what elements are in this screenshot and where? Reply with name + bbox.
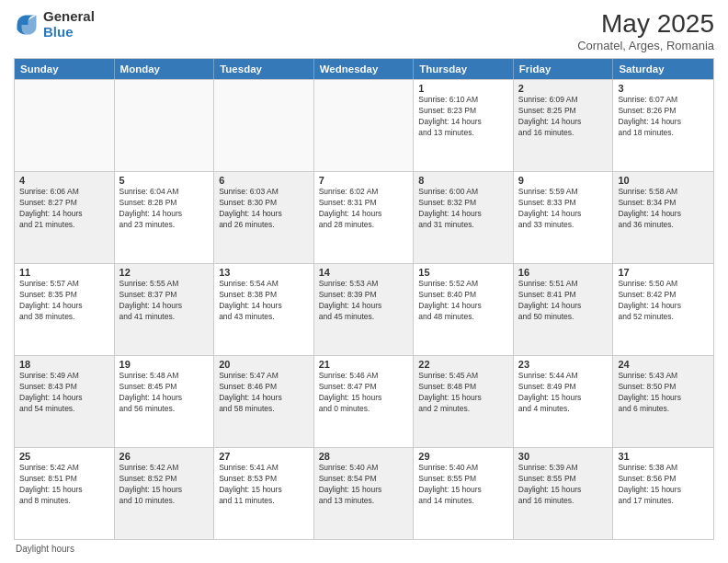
day-number: 28 xyxy=(319,451,409,462)
calendar-header-cell: Monday xyxy=(115,59,215,79)
day-info: Sunrise: 5:58 AM Sunset: 8:34 PM Dayligh… xyxy=(618,187,709,231)
calendar-cell xyxy=(314,80,415,171)
day-number: 1 xyxy=(418,83,508,94)
day-info: Sunrise: 5:55 AM Sunset: 8:37 PM Dayligh… xyxy=(119,279,210,323)
calendar-cell: 24Sunrise: 5:43 AM Sunset: 8:50 PM Dayli… xyxy=(613,356,713,447)
day-info: Sunrise: 6:00 AM Sunset: 8:32 PM Dayligh… xyxy=(418,187,508,231)
day-number: 25 xyxy=(19,451,109,462)
calendar-header-cell: Thursday xyxy=(414,59,514,79)
day-number: 30 xyxy=(518,451,609,462)
day-number: 20 xyxy=(219,359,309,370)
calendar-header-cell: Sunday xyxy=(15,59,115,79)
calendar-cell: 14Sunrise: 5:53 AM Sunset: 8:39 PM Dayli… xyxy=(314,264,415,355)
day-info: Sunrise: 5:39 AM Sunset: 8:55 PM Dayligh… xyxy=(518,463,609,507)
calendar-cell: 2Sunrise: 6:09 AM Sunset: 8:25 PM Daylig… xyxy=(514,80,614,171)
calendar-header-cell: Wednesday xyxy=(314,59,415,79)
day-info: Sunrise: 5:41 AM Sunset: 8:53 PM Dayligh… xyxy=(219,463,309,507)
calendar-header-row: SundayMondayTuesdayWednesdayThursdayFrid… xyxy=(15,59,713,79)
header: General Blue May 2025 Cornatel, Arges, R… xyxy=(14,9,714,52)
calendar-cell: 21Sunrise: 5:46 AM Sunset: 8:47 PM Dayli… xyxy=(314,356,415,447)
calendar-cell: 15Sunrise: 5:52 AM Sunset: 8:40 PM Dayli… xyxy=(414,264,514,355)
day-number: 12 xyxy=(119,267,210,278)
day-info: Sunrise: 5:47 AM Sunset: 8:46 PM Dayligh… xyxy=(219,371,309,415)
calendar-cell: 1Sunrise: 6:10 AM Sunset: 8:23 PM Daylig… xyxy=(414,80,514,171)
calendar-cell xyxy=(214,80,314,171)
day-number: 15 xyxy=(418,267,508,278)
calendar-cell: 12Sunrise: 5:55 AM Sunset: 8:37 PM Dayli… xyxy=(115,264,215,355)
day-number: 17 xyxy=(618,267,709,278)
day-number: 23 xyxy=(518,359,609,370)
day-number: 31 xyxy=(618,451,709,462)
day-info: Sunrise: 5:59 AM Sunset: 8:33 PM Dayligh… xyxy=(518,187,609,231)
calendar: SundayMondayTuesdayWednesdayThursdayFrid… xyxy=(14,58,714,540)
day-info: Sunrise: 5:57 AM Sunset: 8:35 PM Dayligh… xyxy=(19,279,109,323)
day-number: 11 xyxy=(19,267,109,278)
calendar-cell: 16Sunrise: 5:51 AM Sunset: 8:41 PM Dayli… xyxy=(514,264,614,355)
calendar-cell: 10Sunrise: 5:58 AM Sunset: 8:34 PM Dayli… xyxy=(613,172,713,263)
logo-text: General Blue xyxy=(43,9,95,40)
calendar-week-row: 4Sunrise: 6:06 AM Sunset: 8:27 PM Daylig… xyxy=(15,171,713,263)
calendar-cell xyxy=(115,80,215,171)
day-info: Sunrise: 5:40 AM Sunset: 8:54 PM Dayligh… xyxy=(319,463,409,507)
logo-icon xyxy=(14,12,40,38)
calendar-header-cell: Tuesday xyxy=(214,59,314,79)
calendar-cell: 13Sunrise: 5:54 AM Sunset: 8:38 PM Dayli… xyxy=(214,264,314,355)
calendar-cell: 5Sunrise: 6:04 AM Sunset: 8:28 PM Daylig… xyxy=(115,172,215,263)
day-info: Sunrise: 5:40 AM Sunset: 8:55 PM Dayligh… xyxy=(418,463,508,507)
calendar-cell: 29Sunrise: 5:40 AM Sunset: 8:55 PM Dayli… xyxy=(414,448,514,539)
calendar-week-row: 18Sunrise: 5:49 AM Sunset: 8:43 PM Dayli… xyxy=(15,355,713,447)
day-number: 6 xyxy=(219,175,309,186)
calendar-week-row: 11Sunrise: 5:57 AM Sunset: 8:35 PM Dayli… xyxy=(15,263,713,355)
day-info: Sunrise: 6:02 AM Sunset: 8:31 PM Dayligh… xyxy=(319,187,409,231)
calendar-title: May 2025 xyxy=(577,9,714,39)
day-number: 29 xyxy=(418,451,508,462)
calendar-cell: 30Sunrise: 5:39 AM Sunset: 8:55 PM Dayli… xyxy=(514,448,614,539)
calendar-cell: 7Sunrise: 6:02 AM Sunset: 8:31 PM Daylig… xyxy=(314,172,415,263)
day-number: 22 xyxy=(418,359,508,370)
day-number: 3 xyxy=(618,83,709,94)
logo: General Blue xyxy=(14,9,95,40)
day-number: 5 xyxy=(119,175,210,186)
day-info: Sunrise: 5:45 AM Sunset: 8:48 PM Dayligh… xyxy=(418,371,508,415)
calendar-cell: 17Sunrise: 5:50 AM Sunset: 8:42 PM Dayli… xyxy=(613,264,713,355)
calendar-week-row: 25Sunrise: 5:42 AM Sunset: 8:51 PM Dayli… xyxy=(15,447,713,539)
day-number: 21 xyxy=(319,359,409,370)
day-info: Sunrise: 6:09 AM Sunset: 8:25 PM Dayligh… xyxy=(518,95,609,139)
day-info: Sunrise: 5:42 AM Sunset: 8:52 PM Dayligh… xyxy=(119,463,210,507)
day-number: 24 xyxy=(618,359,709,370)
calendar-cell: 26Sunrise: 5:42 AM Sunset: 8:52 PM Dayli… xyxy=(115,448,215,539)
calendar-cell: 22Sunrise: 5:45 AM Sunset: 8:48 PM Dayli… xyxy=(414,356,514,447)
day-number: 4 xyxy=(19,175,109,186)
calendar-cell: 20Sunrise: 5:47 AM Sunset: 8:46 PM Dayli… xyxy=(214,356,314,447)
calendar-cell: 27Sunrise: 5:41 AM Sunset: 8:53 PM Dayli… xyxy=(214,448,314,539)
calendar-cell: 3Sunrise: 6:07 AM Sunset: 8:26 PM Daylig… xyxy=(613,80,713,171)
calendar-cell: 25Sunrise: 5:42 AM Sunset: 8:51 PM Dayli… xyxy=(15,448,115,539)
day-number: 16 xyxy=(518,267,609,278)
day-info: Sunrise: 6:06 AM Sunset: 8:27 PM Dayligh… xyxy=(19,187,109,231)
calendar-cell xyxy=(15,80,115,171)
calendar-cell: 4Sunrise: 6:06 AM Sunset: 8:27 PM Daylig… xyxy=(15,172,115,263)
day-info: Sunrise: 6:03 AM Sunset: 8:30 PM Dayligh… xyxy=(219,187,309,231)
day-info: Sunrise: 6:10 AM Sunset: 8:23 PM Dayligh… xyxy=(418,95,508,139)
day-number: 18 xyxy=(19,359,109,370)
day-info: Sunrise: 5:49 AM Sunset: 8:43 PM Dayligh… xyxy=(19,371,109,415)
day-number: 7 xyxy=(319,175,409,186)
calendar-cell: 6Sunrise: 6:03 AM Sunset: 8:30 PM Daylig… xyxy=(214,172,314,263)
calendar-week-row: 1Sunrise: 6:10 AM Sunset: 8:23 PM Daylig… xyxy=(15,79,713,171)
logo-blue-text: Blue xyxy=(43,25,95,40)
title-block: May 2025 Cornatel, Arges, Romania xyxy=(577,9,714,52)
calendar-header-cell: Saturday xyxy=(613,59,713,79)
calendar-cell: 28Sunrise: 5:40 AM Sunset: 8:54 PM Dayli… xyxy=(314,448,415,539)
footer-note: Daylight hours xyxy=(14,544,714,554)
calendar-cell: 31Sunrise: 5:38 AM Sunset: 8:56 PM Dayli… xyxy=(613,448,713,539)
calendar-cell: 9Sunrise: 5:59 AM Sunset: 8:33 PM Daylig… xyxy=(514,172,614,263)
day-info: Sunrise: 5:52 AM Sunset: 8:40 PM Dayligh… xyxy=(418,279,508,323)
day-info: Sunrise: 5:43 AM Sunset: 8:50 PM Dayligh… xyxy=(618,371,709,415)
day-info: Sunrise: 5:48 AM Sunset: 8:45 PM Dayligh… xyxy=(119,371,210,415)
day-number: 19 xyxy=(119,359,210,370)
day-info: Sunrise: 5:53 AM Sunset: 8:39 PM Dayligh… xyxy=(319,279,409,323)
day-info: Sunrise: 6:07 AM Sunset: 8:26 PM Dayligh… xyxy=(618,95,709,139)
day-number: 26 xyxy=(119,451,210,462)
day-number: 8 xyxy=(418,175,508,186)
day-info: Sunrise: 5:42 AM Sunset: 8:51 PM Dayligh… xyxy=(19,463,109,507)
